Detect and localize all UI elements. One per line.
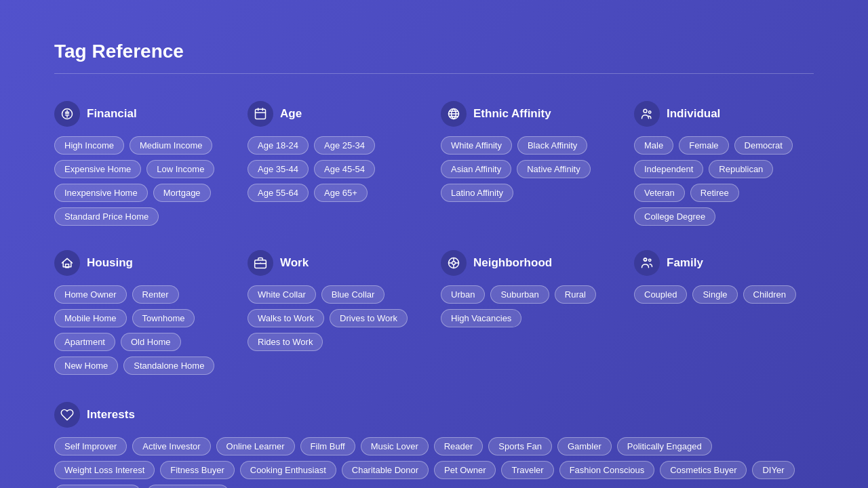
tag[interactable]: Rides to Work	[248, 333, 323, 351]
tag[interactable]: Active Investor	[132, 437, 210, 455]
tag[interactable]: Low Income	[146, 160, 214, 178]
tag[interactable]: Fashion Conscious	[559, 461, 655, 479]
tag[interactable]: Charitable Donor	[342, 461, 429, 479]
tag[interactable]: Age 65+	[314, 184, 368, 202]
section-title-individual: Individual	[667, 107, 720, 121]
tag[interactable]: Asian Affinity	[441, 160, 511, 178]
section-family: FamilyCoupledSingleChildren	[634, 250, 814, 375]
tag[interactable]: Children	[743, 285, 796, 304]
tag[interactable]: Blue Collar	[321, 285, 385, 304]
tag[interactable]: Mobile Home	[54, 309, 127, 327]
tag[interactable]: Weight Loss Interest	[54, 461, 155, 479]
page-container: Tag Reference FinancialHigh IncomeMedium…	[0, 0, 868, 488]
tag[interactable]: Old Home	[121, 333, 181, 351]
tag[interactable]: High Vacancies	[441, 309, 521, 327]
tag[interactable]: DIYer	[752, 461, 794, 479]
section-header-age: Age	[248, 101, 427, 127]
section-work: WorkWhite CollarBlue CollarWalks to Work…	[248, 250, 427, 375]
tag[interactable]: Expensive Home	[54, 160, 141, 178]
tag[interactable]: White Affinity	[441, 136, 512, 155]
housing-icon	[54, 250, 80, 276]
globe-icon	[441, 101, 467, 127]
svg-point-4	[649, 111, 651, 113]
tag[interactable]: Walks to Work	[248, 309, 324, 327]
tag[interactable]: Rural	[555, 285, 596, 304]
section-age: AgeAge 18-24Age 25-34Age 35-44Age 45-54A…	[248, 101, 427, 226]
section-header-individual: Individual	[634, 101, 814, 127]
tag[interactable]: Native Affinity	[517, 160, 591, 178]
tag[interactable]: Male	[634, 136, 673, 155]
interests-icon	[54, 402, 80, 428]
tag[interactable]: Independent	[634, 160, 703, 178]
tag[interactable]: Standard Price Home	[54, 207, 159, 226]
tag[interactable]: Standalone Home	[123, 357, 214, 375]
tag[interactable]: Latino Affinity	[441, 184, 513, 202]
financial-icon	[54, 101, 80, 127]
section-title-neighborhood: Neighborhood	[473, 256, 552, 270]
tag[interactable]: Single	[692, 285, 737, 304]
tag[interactable]: Fitness Buyer	[160, 461, 234, 479]
tag[interactable]: Retiree	[690, 184, 739, 202]
section-title-ethnic-affinity: Ethnic Affinity	[473, 107, 551, 121]
tag[interactable]: Republican	[709, 160, 773, 178]
tag[interactable]: Reader	[434, 437, 484, 455]
tag[interactable]: Cosmetics Buyer	[660, 461, 747, 479]
tags-container-interests: Self ImproverActive InvestorOnline Learn…	[54, 437, 814, 488]
neighborhood-icon	[441, 250, 467, 276]
tag[interactable]: Gambler	[557, 437, 612, 455]
section-header-housing: Housing	[54, 250, 234, 276]
tag[interactable]: Cooking Enthusiast	[240, 461, 336, 479]
section-ethnic-affinity: Ethnic AffinityWhite AffinityBlack Affin…	[441, 101, 620, 226]
tag[interactable]: Inexpensive Home	[54, 184, 148, 202]
tag[interactable]: College Degree	[634, 207, 715, 226]
section-housing: HousingHome OwnerRenterMobile HomeTownho…	[54, 250, 234, 375]
tag[interactable]: Sports Fan	[488, 437, 552, 455]
svg-point-3	[644, 109, 647, 113]
tag[interactable]: Age 35-44	[248, 160, 309, 178]
tag[interactable]: Age 55-64	[248, 184, 309, 202]
section-interests: InterestsSelf ImproverActive InvestorOnl…	[54, 402, 814, 488]
tag[interactable]: Pet Owner	[434, 461, 496, 479]
tag[interactable]: Online Learner	[216, 437, 295, 455]
tag[interactable]: Drives to Work	[330, 309, 408, 327]
tag[interactable]: Urban	[441, 285, 485, 304]
tag[interactable]: Music Lover	[361, 437, 429, 455]
tag[interactable]: Self Improver	[54, 437, 127, 455]
section-title-family: Family	[667, 256, 703, 270]
tag[interactable]: White Collar	[248, 285, 316, 304]
page-title: Tag Reference	[54, 41, 814, 62]
section-neighborhood: NeighborhoodUrbanSuburbanRuralHigh Vacan…	[441, 250, 620, 375]
tag[interactable]: Townhome	[132, 309, 195, 327]
tag[interactable]: Age 18-24	[248, 136, 309, 155]
tag[interactable]: Home Owner	[54, 285, 127, 304]
tag[interactable]: Apartment	[54, 333, 115, 351]
section-header-work: Work	[248, 250, 427, 276]
tags-container-ethnic-affinity: White AffinityBlack AffinityAsian Affini…	[441, 136, 620, 202]
section-header-ethnic-affinity: Ethnic Affinity	[441, 101, 620, 127]
tags-container-individual: MaleFemaleDemocratIndependentRepublicanV…	[634, 136, 814, 226]
tag[interactable]: Black Affinity	[517, 136, 587, 155]
tag[interactable]: Film Buff	[300, 437, 355, 455]
tag[interactable]: Mortgage	[153, 184, 211, 202]
tag[interactable]: Outdoor Lifestyle	[54, 485, 141, 488]
tag[interactable]: Age 25-34	[314, 136, 375, 155]
tag[interactable]: Suburban	[490, 285, 549, 304]
tag[interactable]: High Income	[54, 136, 124, 155]
tag[interactable]: Age 45-54	[314, 160, 375, 178]
tag[interactable]: New Home	[54, 357, 118, 375]
tag[interactable]: Medium Income	[130, 136, 212, 155]
tag[interactable]: Politically Engaged	[617, 437, 712, 455]
tags-container-work: White CollarBlue CollarWalks to WorkDriv…	[248, 285, 427, 351]
work-icon	[248, 250, 273, 276]
section-header-family: Family	[634, 250, 814, 276]
tag[interactable]: Renter	[132, 285, 179, 304]
tag[interactable]: Coupled	[634, 285, 687, 304]
tag[interactable]: Veteran	[634, 184, 685, 202]
tag[interactable]: Female	[679, 136, 728, 155]
section-header-interests: Interests	[54, 402, 814, 428]
section-title-interests: Interests	[87, 408, 135, 422]
tag[interactable]: Traveler	[501, 461, 553, 479]
tag[interactable]: Democrat	[734, 136, 793, 155]
section-title-work: Work	[280, 256, 309, 270]
tag[interactable]: Tech Enthusiast	[146, 485, 229, 488]
